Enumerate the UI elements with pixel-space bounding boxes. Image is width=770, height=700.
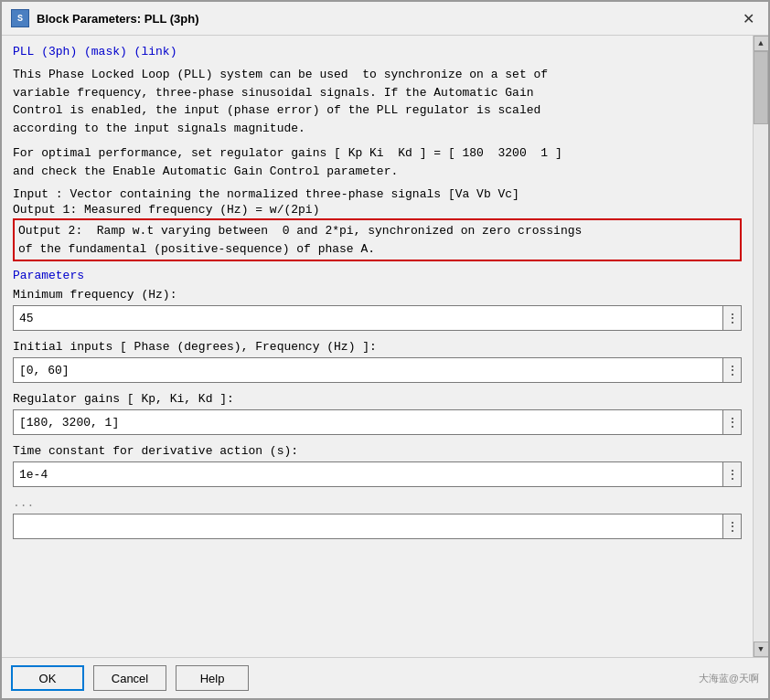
description-para1: This Phase Locked Loop (PLL) system can … <box>13 66 742 137</box>
param-menu-btn-3[interactable]: ⋮ <box>723 461 742 487</box>
app-icon: S <box>11 9 29 27</box>
param-label-0: Minimum frequency (Hz): <box>13 288 742 302</box>
scrollbar-track[interactable] <box>754 51 768 642</box>
scroll-area[interactable]: PLL (3ph) (mask) (link) This Phase Locke… <box>2 36 753 657</box>
help-button[interactable]: Help <box>176 665 249 691</box>
param-label-3: Time constant for derivative action (s): <box>13 444 742 458</box>
mask-link[interactable]: PLL (3ph) (mask) (link) <box>13 45 742 58</box>
title-bar: S Block Parameters: PLL (3ph) ✕ <box>2 2 768 36</box>
scrollbar[interactable]: ▲ ▼ <box>753 36 768 657</box>
close-button[interactable]: ✕ <box>737 7 759 29</box>
cancel-button[interactable]: Cancel <box>93 665 166 691</box>
param-label-1: Initial inputs [ Phase (degrees), Freque… <box>13 340 742 354</box>
param-input-4[interactable] <box>13 514 723 539</box>
param-input-2[interactable] <box>13 409 723 435</box>
param-label-2: Regulator gains [ Kp, Ki, Kd ]: <box>13 392 742 406</box>
input-line: Input : Vector containing the normalized… <box>13 187 742 201</box>
output2-highlighted: Output 2: Ramp w.t varying between 0 and… <box>13 218 742 261</box>
scroll-up-arrow[interactable]: ▲ <box>754 36 769 51</box>
param-input-1[interactable] <box>13 357 723 383</box>
param-row-3: ⋮ <box>13 461 742 487</box>
parameters-header: Parameters <box>13 269 742 282</box>
param-menu-btn-1[interactable]: ⋮ <box>723 357 742 383</box>
info-section: PLL (3ph) (mask) (link) This Phase Locke… <box>13 45 742 261</box>
main-content: PLL (3ph) (mask) (link) This Phase Locke… <box>2 36 768 657</box>
description-para2: For optimal performance, set regulator g… <box>13 144 742 180</box>
param-menu-btn-0[interactable]: ⋮ <box>723 305 742 331</box>
param-input-3[interactable] <box>13 461 723 487</box>
param-row-4: ⋮ <box>13 514 742 539</box>
ok-button[interactable]: OK <box>11 665 84 691</box>
scrollbar-thumb[interactable] <box>754 51 768 124</box>
output1-line: Output 1: Measured frequency (Hz) = w/(2… <box>13 203 742 217</box>
parameters-section: Parameters Minimum frequency (Hz): ⋮ Ini… <box>13 269 742 539</box>
title-bar-left: S Block Parameters: PLL (3ph) <box>11 9 198 27</box>
param-menu-btn-2[interactable]: ⋮ <box>723 409 742 435</box>
button-bar: OK Cancel Help 大海蓝@天啊 <box>2 657 768 698</box>
param-label-4: ... <box>13 496 742 510</box>
watermark: 大海蓝@天啊 <box>699 672 759 685</box>
param-row-0: ⋮ <box>13 305 742 331</box>
dialog-window: S Block Parameters: PLL (3ph) ✕ PLL (3ph… <box>0 0 770 700</box>
param-menu-btn-4[interactable]: ⋮ <box>723 514 742 539</box>
scroll-down-arrow[interactable]: ▼ <box>754 642 769 657</box>
dialog-title: Block Parameters: PLL (3ph) <box>37 12 198 26</box>
param-input-0[interactable] <box>13 305 723 331</box>
param-row-2: ⋮ <box>13 409 742 435</box>
param-row-1: ⋮ <box>13 357 742 383</box>
